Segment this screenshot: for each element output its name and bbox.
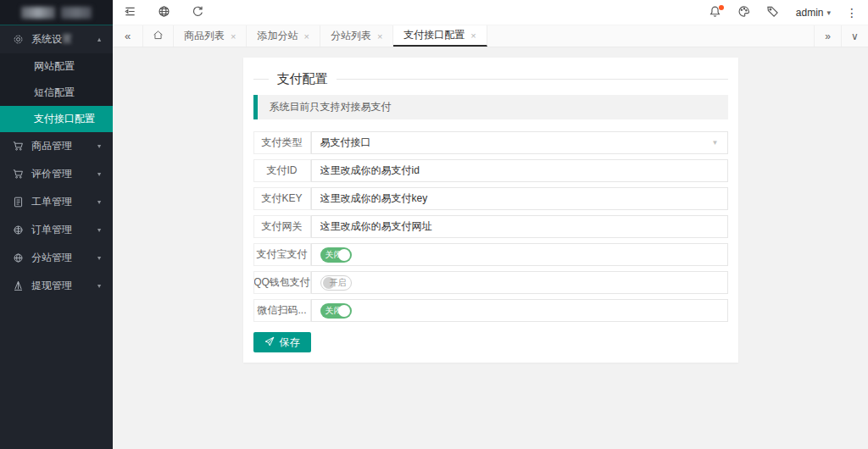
sidebar-item-label: 商品管理 [31,139,96,153]
sidebar-item-website-config[interactable]: 网站配置 [0,53,113,80]
tag-button[interactable] [759,0,787,25]
tab-label: 分站列表 [331,29,371,43]
tab-label: 添加分站 [257,29,298,43]
tab-product-list[interactable]: 商品列表 × [174,25,247,47]
tab-label: 商品列表 [184,29,225,43]
close-icon[interactable]: × [470,30,476,41]
sidebar-item-order-management[interactable]: 订单管理 ▼ [0,216,113,244]
home-tab[interactable] [143,25,174,47]
payment-gateway-input[interactable] [320,216,719,237]
collapse-sidebar-button[interactable] [113,0,147,25]
card-title-block: 支付配置 [253,66,728,91]
sidebar-item-substation-management[interactable]: 分站管理 ▼ [0,244,113,272]
field-label: QQ钱包支付 [253,271,311,294]
header-left-actions [113,0,214,25]
scroll-tabs-right-button[interactable]: » [814,25,841,47]
sidebar-item-product-management[interactable]: 商品管理 ▼ [0,132,113,160]
switch-container: 开启 [311,271,728,294]
chevron-down-icon: ▼ [712,139,719,147]
sidebar-item-label: 提现管理 [31,279,96,293]
wechat-scan-toggle[interactable]: 关闭 [320,303,352,319]
more-options-button[interactable]: ⋮ [839,6,865,19]
system-settings-submenu: 网站配置 短信配置 支付接口配置 [0,53,113,132]
save-button-label: 保存 [280,335,300,350]
input-container [311,215,728,238]
logo-blurred-block [21,7,55,19]
refresh-icon [192,5,204,20]
username: admin [796,7,824,19]
payment-key-input[interactable] [320,188,719,209]
toggle-knob [338,305,350,317]
user-menu[interactable]: admin ▾ [787,7,839,19]
home-icon [153,30,164,43]
caret-down-icon: ▼ [96,254,102,261]
caret-down-icon: ▼ [96,282,102,289]
close-icon[interactable]: × [303,31,309,42]
form-row-payment-id: 支付ID [253,159,728,182]
form-row-alipay: 支付宝支付 关闭 [253,243,728,266]
form-row-payment-key: 支付KEY [253,187,728,210]
sidebar-item-system-settings[interactable]: 系统设置 ▲ [0,25,113,53]
sidebar-item-sms-config[interactable]: 短信配置 [0,80,113,106]
form-row-qq-wallet: QQ钱包支付 开启 [253,271,728,294]
logo-blurred-block [61,7,92,19]
save-button[interactable]: 保存 [253,332,311,352]
form-row-payment-gateway: 支付网关 [253,215,728,238]
sidebar-item-review-management[interactable]: 评价管理 ▼ [0,160,113,188]
sidebar-item-label: 系统设置 [31,32,96,47]
scroll-tabs-left-button[interactable]: « [113,25,143,47]
switch-container: 关闭 [311,243,728,266]
caret-down-icon: ▾ [826,8,831,17]
page-title: 支付配置 [269,71,337,87]
top-header: admin ▾ ⋮ [113,0,868,25]
tag-icon [766,5,779,20]
payment-id-input[interactable] [320,160,719,181]
tab-payment-interface-config[interactable]: 支付接口配置 × [393,25,487,47]
censored-text: 置 [62,33,72,45]
toggle-label: 开启 [330,276,347,290]
caret-down-icon: ▼ [96,170,102,177]
refresh-button[interactable] [181,0,214,25]
tab-label: 支付接口配置 [403,28,465,42]
sphere-icon [12,224,24,236]
cart-icon [12,141,24,152]
collapse-menu-icon [124,5,136,20]
payment-type-select[interactable]: 易支付接口 ▼ [311,131,728,154]
field-label: 支付网关 [253,215,311,238]
sidebar: 系统设置 ▲ 网站配置 短信配置 支付接口配置 商品管理 ▼ 评价管理 ▼ [0,0,113,449]
info-alert: 系统目前只支持对接易支付 [253,95,728,119]
field-label: 支付类型 [253,131,311,154]
theme-button[interactable] [730,0,759,25]
send-icon [264,336,275,349]
language-button[interactable] [147,0,181,25]
field-label: 支付宝支付 [253,243,311,266]
payment-config-card: 支付配置 系统目前只支持对接易支付 支付类型 易支付接口 ▼ 支付ID 支付KE… [243,58,738,363]
sidebar-item-label: 订单管理 [31,223,96,237]
logo [0,0,113,25]
caret-down-icon: ▼ [96,226,102,233]
survey-file-icon [12,197,24,208]
sidebar-item-label: 分站管理 [31,251,96,265]
sidebar-item-label: 评价管理 [31,167,96,181]
paper-plane-icon [12,280,24,292]
cart-icon [12,169,24,180]
tab-add-substation[interactable]: 添加分站 × [247,25,320,47]
field-label: 微信扫码... [253,299,311,322]
close-icon[interactable]: × [377,31,382,42]
sidebar-item-withdrawal-management[interactable]: 提现管理 ▼ [0,272,113,300]
sidebar-item-payment-interface-config[interactable]: 支付接口配置 [0,106,113,132]
close-icon[interactable]: × [231,31,236,42]
toggle-knob [338,249,350,261]
caret-up-icon: ▲ [96,36,102,42]
tab-options-button[interactable]: ∨ [841,25,868,47]
alipay-toggle[interactable]: 关闭 [320,247,352,263]
caret-down-icon: ▼ [96,142,102,149]
globe-icon [12,252,24,264]
tab-substation-list[interactable]: 分站列表 × [320,25,393,47]
qq-wallet-toggle[interactable]: 开启 [320,275,352,291]
sidebar-item-label: 工单管理 [31,195,96,209]
notifications-button[interactable] [701,0,730,25]
sidebar-item-ticket-management[interactable]: 工单管理 ▼ [0,188,113,216]
input-container [311,187,728,210]
tabbar-spacer [487,25,814,47]
